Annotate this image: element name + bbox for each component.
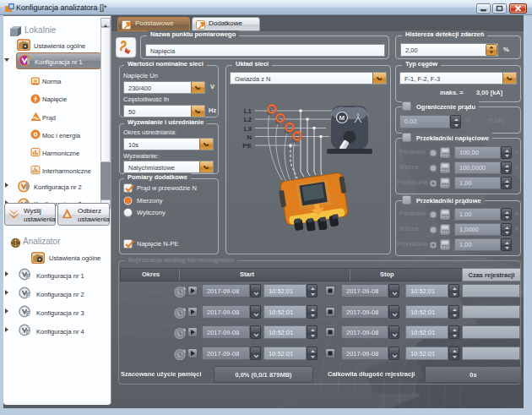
svg-text:4: 4 [27,330,30,335]
svg-text:3: 3 [27,311,30,316]
svg-text:M: M [339,114,345,122]
svg-text:L2: L2 [244,116,252,123]
svg-text:1: 1 [27,274,30,279]
svg-text:PE: PE [242,142,252,150]
svg-text:N: N [247,134,252,141]
svg-text:2: 2 [27,292,30,298]
svg-text:L3: L3 [244,125,252,133]
svg-text:L1: L1 [244,107,252,115]
